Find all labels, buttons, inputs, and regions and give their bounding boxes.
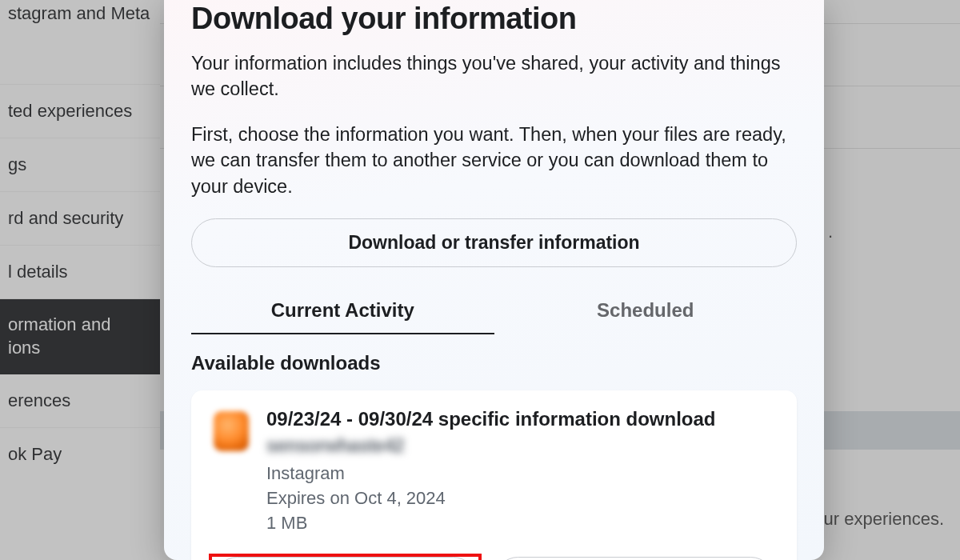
card-actions: Download Delete xyxy=(214,557,774,561)
download-item-username: sensorwhaste42 xyxy=(266,435,774,457)
download-item-expires: Expires on Oct 4, 2024 xyxy=(266,486,774,511)
card-info: 09/23/24 - 09/30/24 specific information… xyxy=(266,408,774,535)
card-content: 09/23/24 - 09/30/24 specific information… xyxy=(214,408,774,535)
tabs-container: Current Activity Scheduled xyxy=(191,291,797,334)
download-button-highlight: Download xyxy=(214,557,477,561)
download-item-title: 09/23/24 - 09/30/24 specific information… xyxy=(266,408,774,430)
avatar xyxy=(214,411,249,451)
modal-title: Download your information xyxy=(191,2,797,36)
available-downloads-heading: Available downloads xyxy=(191,352,797,374)
tab-current-activity[interactable]: Current Activity xyxy=(191,291,494,334)
download-info-modal: Download your information Your informati… xyxy=(164,0,824,560)
download-item-card: 09/23/24 - 09/30/24 specific information… xyxy=(191,390,797,560)
modal-description-2: First, choose the information you want. … xyxy=(191,122,797,199)
download-item-size: 1 MB xyxy=(266,511,774,536)
download-or-transfer-button[interactable]: Download or transfer information xyxy=(191,218,797,267)
download-item-platform: Instagram xyxy=(266,462,774,486)
delete-button[interactable]: Delete xyxy=(494,557,775,561)
tab-scheduled[interactable]: Scheduled xyxy=(494,291,798,334)
modal-description-1: Your information includes things you've … xyxy=(191,50,797,102)
download-button[interactable]: Download xyxy=(214,557,477,561)
